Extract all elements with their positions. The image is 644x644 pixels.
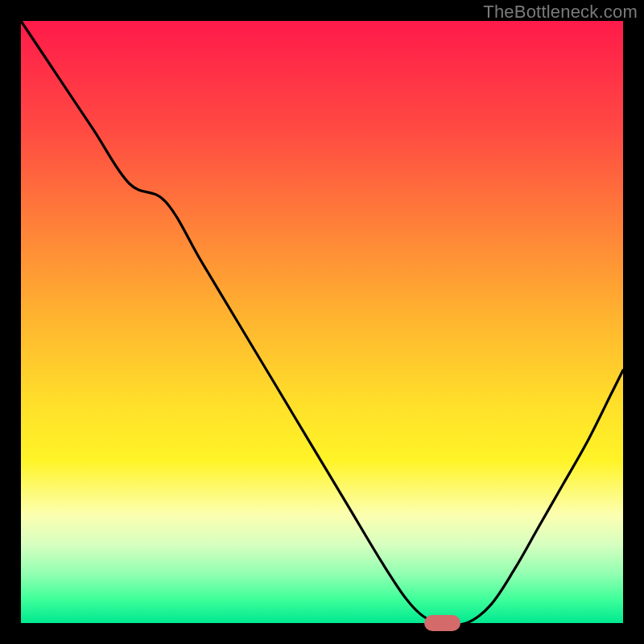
bottleneck-curve: [21, 21, 623, 623]
watermark-text: TheBottleneck.com: [483, 2, 638, 23]
chart-frame: TheBottleneck.com: [0, 0, 644, 644]
optimal-point-marker: [424, 615, 460, 630]
